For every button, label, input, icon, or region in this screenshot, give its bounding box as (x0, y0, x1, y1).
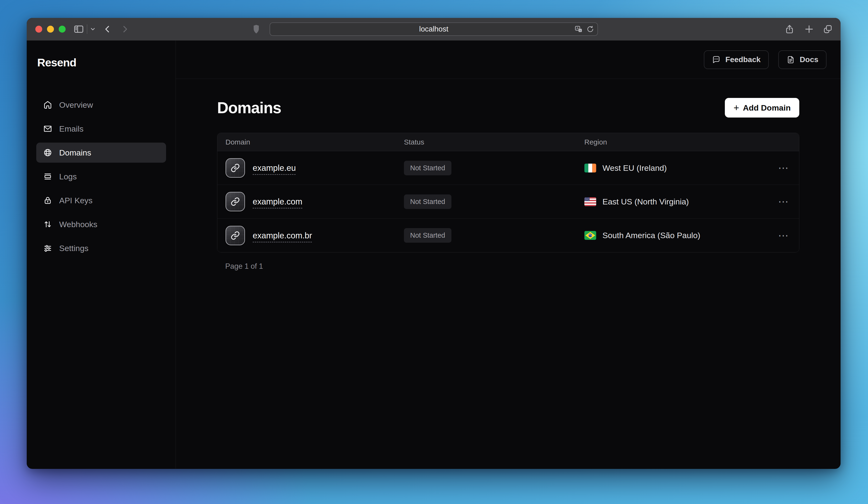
sidebar-item-label: Webhooks (59, 220, 97, 229)
region-label: South America (São Paulo) (602, 231, 700, 240)
sidebar-item-label: Overview (59, 100, 93, 110)
minimize-window-button[interactable] (47, 26, 54, 33)
sidebar-nav: Overview Emails (36, 95, 166, 258)
brazil-flag-icon (584, 231, 596, 240)
domain-link[interactable]: example.com (253, 197, 302, 206)
svg-text:A: A (577, 27, 579, 30)
region-label: West EU (Ireland) (602, 163, 667, 173)
close-window-button[interactable] (35, 26, 42, 33)
feedback-button-label: Feedback (725, 55, 761, 64)
sidebar-item-label: API Keys (59, 196, 93, 205)
sidebar: Resend Overview Em (27, 41, 176, 468)
sidebar-item-label: Emails (59, 124, 83, 133)
row-menu-button[interactable]: ⋯ (778, 230, 789, 241)
link-icon[interactable] (226, 226, 245, 245)
top-header-bar: Feedback Docs (176, 41, 840, 79)
sidebar-item-webhooks[interactable]: Webhooks (36, 214, 166, 234)
column-header-status: Status (404, 138, 584, 146)
chevron-down-icon[interactable] (90, 26, 96, 32)
url-text: localhost (419, 25, 448, 33)
toolbar-divider (87, 24, 87, 34)
table-row: example.com Not Started (217, 185, 799, 219)
browser-toolbar: localhost A x (27, 18, 840, 41)
sidebar-item-overview[interactable]: Overview (36, 95, 166, 115)
privacy-shield-icon[interactable] (254, 25, 259, 33)
domain-link[interactable]: example.eu (253, 163, 296, 173)
reload-icon[interactable] (587, 25, 594, 33)
sidebar-item-logs[interactable]: Logs (36, 167, 166, 187)
row-menu-button[interactable]: ⋯ (778, 163, 789, 173)
table-row: example.com.br Not Started (217, 219, 799, 252)
main-column: Feedback Docs Domains + (176, 41, 840, 468)
docs-button-label: Docs (800, 55, 818, 64)
document-icon (786, 56, 795, 64)
status-badge: Not Started (404, 228, 452, 243)
window-controls (35, 26, 65, 33)
lock-icon (43, 195, 52, 205)
link-icon[interactable] (226, 158, 245, 178)
plus-icon: + (733, 103, 739, 112)
sidebar-item-label: Settings (59, 244, 89, 253)
sidebar-toggle-icon[interactable] (73, 24, 84, 34)
zoom-window-button[interactable] (59, 26, 65, 33)
region-label: East US (North Virginia) (602, 197, 689, 206)
svg-text:x: x (580, 29, 581, 32)
resend-app: Resend Overview Em (27, 41, 840, 468)
row-menu-button[interactable]: ⋯ (778, 196, 789, 207)
link-icon[interactable] (226, 192, 245, 211)
tab-overview-icon[interactable] (823, 24, 833, 34)
globe-icon (43, 148, 52, 158)
ireland-flag-icon (584, 164, 596, 172)
translate-icon[interactable]: A x (575, 25, 583, 33)
column-header-domain: Domain (217, 138, 404, 146)
table-header: Domain Status Region (217, 133, 799, 151)
page-content: Domains + Add Domain Domain Status Regio… (176, 79, 840, 271)
sidebar-item-api-keys[interactable]: API Keys (36, 190, 166, 210)
united-states-flag-icon (584, 197, 596, 206)
home-icon (43, 100, 52, 110)
status-badge: Not Started (404, 194, 452, 209)
arrows-up-down-icon (43, 220, 52, 229)
share-icon[interactable] (785, 24, 795, 34)
sidebar-item-domains[interactable]: Domains (36, 143, 166, 163)
domain-link[interactable]: example.com.br (253, 231, 312, 240)
feedback-bubble-icon (712, 56, 721, 64)
add-domain-button-label: Add Domain (743, 103, 791, 112)
page-title: Domains (217, 99, 281, 117)
feedback-button[interactable]: Feedback (704, 50, 769, 69)
sliders-icon (43, 243, 52, 253)
mail-icon (43, 124, 52, 133)
sidebar-item-label: Domains (59, 148, 91, 158)
domains-table: Domain Status Region (217, 133, 799, 252)
column-header-region: Region (584, 138, 771, 146)
sidebar-item-emails[interactable]: Emails (36, 119, 166, 139)
add-domain-button[interactable]: + Add Domain (725, 98, 799, 118)
resend-logo: Resend (36, 56, 166, 69)
url-bar[interactable]: localhost A x (270, 22, 598, 36)
back-icon[interactable] (103, 24, 112, 34)
new-tab-icon[interactable] (804, 24, 814, 34)
pagination-status: Page 1 of 1 (217, 262, 799, 271)
logs-icon (43, 172, 52, 181)
table-row: example.eu Not Started West EU (Ireland) (217, 151, 799, 185)
status-badge: Not Started (404, 161, 452, 175)
sidebar-item-settings[interactable]: Settings (36, 238, 166, 258)
sidebar-item-label: Logs (59, 172, 77, 181)
browser-window: localhost A x (27, 18, 840, 469)
docs-button[interactable]: Docs (778, 50, 826, 69)
forward-icon[interactable] (120, 24, 130, 34)
